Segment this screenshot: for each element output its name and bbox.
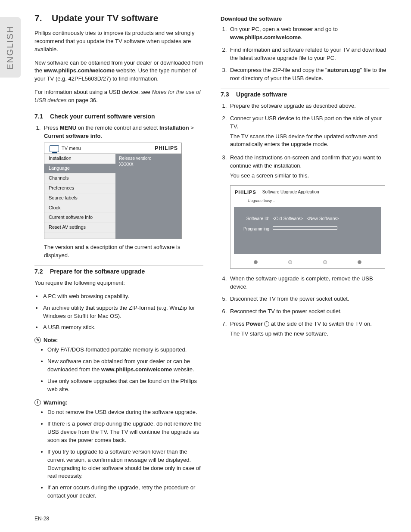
menu-title: TV menu — [62, 145, 81, 152]
step-subtext: The TV starts up with the new software. — [230, 330, 389, 338]
text: Press — [230, 320, 246, 327]
warning-item: If you try to upgrade to a software vers… — [47, 448, 203, 480]
filename: autorun.upg — [327, 67, 360, 73]
warning-title: Warning: — [44, 399, 68, 406]
menu-header: TV menu PHILIPS — [44, 143, 181, 153]
power-label: Power — [246, 320, 263, 327]
menu-item: Channels — [44, 174, 115, 184]
menu-item: Installation — [44, 154, 115, 164]
upgrade-steps: Prepare the software upgrade as describe… — [221, 102, 389, 338]
text: Read the instructions on-screen and conf… — [230, 154, 381, 169]
step-item: Reconnect the TV to the power socket out… — [228, 308, 389, 316]
text: Connect your USB device to the USB port … — [230, 115, 382, 130]
intro-paragraph-2: New software can be obtained from your d… — [34, 59, 203, 84]
text: On your PC, open a web browser and go to — [230, 26, 338, 32]
dot-icon — [358, 260, 361, 264]
note-list: Only FAT/DOS-formatted portable memory i… — [34, 346, 203, 393]
text: . — [100, 133, 102, 139]
step-item: Press MENU on the remote control and sel… — [42, 124, 203, 260]
warning-block: ! Warning: Do not remove the USB device … — [34, 399, 203, 500]
tv-menu-screenshot: TV menu PHILIPS Installation Language Ch… — [44, 143, 182, 239]
dot-icon — [323, 260, 327, 264]
step-subtext: The TV scans the USB device for the upda… — [230, 133, 389, 149]
programming-label: Programming — [239, 226, 269, 233]
download-heading: Download the software — [221, 16, 389, 22]
warning-item: Do not remove the USB device during the … — [47, 408, 203, 417]
step-subtext: You see a screen similar to this. — [230, 172, 389, 180]
menu-title-row: TV menu — [48, 145, 84, 152]
language-tab-label: ENGLISH — [6, 25, 16, 69]
note-title: Note: — [44, 337, 58, 343]
menu-path: Installation — [159, 124, 189, 131]
screenshot-caption: The version and a description of the cur… — [44, 243, 203, 260]
step-item: When the software upgrade is complete, r… — [228, 275, 389, 291]
dot-icon — [288, 260, 292, 264]
text: For information about using a USB device… — [34, 89, 152, 95]
release-version-value: XXXXX — [119, 162, 178, 168]
tv-icon — [50, 145, 59, 152]
intro-paragraph-3: For information about using a USB device… — [34, 88, 203, 105]
menu-key: MENU — [60, 124, 76, 131]
warning-icon: ! — [34, 399, 41, 406]
software-id-label: Software Id: — [239, 216, 269, 222]
text: > — [189, 124, 194, 131]
section-number: 7.1 — [34, 113, 50, 120]
note-block: ✎ Note: Only FAT/DOS-formatted portable … — [34, 337, 203, 393]
section-7-2-heading: 7.2Prepare for the software upgrade — [34, 265, 203, 275]
language-tab: ENGLISH — [0, 17, 21, 78]
warning-title-row: ! Warning: — [34, 399, 203, 406]
text: at the side of the TV to switch the TV o… — [271, 320, 372, 327]
section-title: Check your current software version — [50, 113, 155, 120]
page-content: 7.Update your TV software Philips contin… — [34, 13, 389, 506]
equipment-list: A PC with web browsing capability. An ar… — [34, 292, 203, 332]
step-item: Press Power at the side of the TV to swi… — [228, 320, 389, 338]
section-number: 7.2 — [34, 268, 50, 275]
upgrade-header: PHILIPS Software Upgrade Application — [230, 186, 385, 197]
warning-list: Do not remove the USB device during the … — [34, 408, 203, 500]
section-7-2-intro: You require the following equipment: — [34, 279, 203, 287]
indicator-dots — [230, 258, 385, 268]
dot-icon — [254, 260, 258, 264]
note-item: New software can be obtained from your d… — [47, 358, 203, 374]
step-item: Read the instructions on-screen and conf… — [228, 154, 389, 269]
menu-item-selected: Language — [44, 164, 115, 174]
release-version-label: Release version: — [119, 156, 178, 162]
intro-paragraph-1: Philips continuously tries to improve it… — [34, 29, 203, 54]
chapter-heading: 7.Update your TV software — [34, 13, 203, 23]
step-item: Prepare the software upgrade as describe… — [228, 102, 389, 110]
url-text: www.philips.com/welcome — [101, 366, 172, 373]
url-text: www.philips.com/welcome — [44, 67, 115, 74]
right-column: Download the software On your PC, open a… — [221, 13, 389, 506]
list-item: A PC with web browsing capability. — [42, 292, 203, 301]
upgrade-app-title: Software Upgrade Application — [262, 189, 319, 196]
note-item: Use only software upgrades that can be f… — [47, 377, 203, 394]
menu-blank-row — [44, 233, 115, 239]
list-item: A USB memory stick. — [42, 324, 203, 332]
upgrade-title-block: Software Upgrade Application — [262, 189, 319, 196]
menu-item: Current software info — [44, 213, 115, 223]
section-title: Upgrade software — [236, 91, 287, 98]
step-item: Connect your USB device to the USB port … — [228, 115, 389, 149]
philips-logo: PHILIPS — [155, 145, 178, 152]
page-number: EN-28 — [34, 516, 49, 522]
power-icon — [264, 321, 269, 327]
chapter-number: 7. — [34, 13, 52, 23]
text: on the remote control and select — [76, 124, 159, 131]
menu-right-panel: Release version: XXXXX — [115, 154, 181, 239]
note-item: Only FAT/DOS-formatted portable memory i… — [47, 346, 203, 354]
menu-item: Reset AV settings — [44, 223, 115, 233]
section-7-1-heading: 7.1Check your current software version — [34, 110, 203, 120]
chapter-title: Update your TV software — [52, 13, 158, 23]
section-number: 7.3 — [221, 91, 236, 98]
text: . — [301, 34, 302, 40]
philips-logo: PHILIPS — [235, 189, 256, 196]
step-item: On your PC, open a web browser and go to… — [228, 25, 389, 42]
section-7-3-heading: 7.3Upgrade software — [221, 88, 389, 98]
section-title: Prepare for the software upgrade — [50, 268, 145, 275]
step-item: Disconnect the TV from the power socket … — [228, 295, 389, 303]
menu-item: Source labels — [44, 193, 115, 203]
download-steps: On your PC, open a web browser and go to… — [221, 25, 389, 83]
text: Press — [44, 124, 60, 131]
note-icon: ✎ — [34, 337, 41, 343]
url-text: www.philips.com/welcome — [230, 34, 301, 40]
